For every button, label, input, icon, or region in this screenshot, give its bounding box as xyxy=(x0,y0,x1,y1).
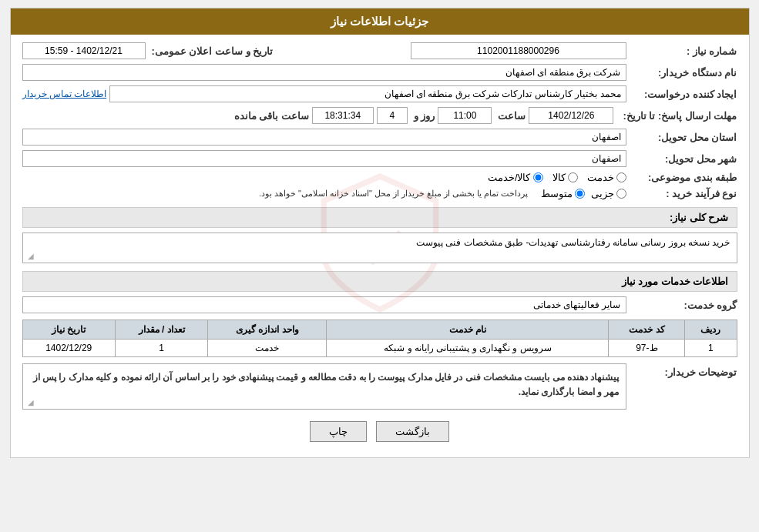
services-header: اطلاعات خدمات مورد نیاز xyxy=(22,271,737,292)
category-option-both[interactable]: کالا/خدمت xyxy=(488,172,543,183)
process-partial-label: جزیی xyxy=(591,188,614,199)
time-label: ساعت xyxy=(495,110,526,122)
cell-date: 1402/12/29 xyxy=(22,340,115,357)
category-radio-goods[interactable] xyxy=(568,172,578,182)
day-input[interactable] xyxy=(377,107,408,124)
category-radio-service[interactable] xyxy=(616,172,626,182)
city-row: شهر محل تحویل: xyxy=(22,150,737,167)
cell-unit: خدمت xyxy=(208,340,327,357)
col-unit: واحد اندازه گیری xyxy=(208,320,327,340)
announcement-label: تاریخ و ساعت اعلان عمومی: xyxy=(149,45,274,57)
col-code: کد خدمت xyxy=(609,320,685,340)
province-input[interactable] xyxy=(22,129,626,146)
notes-bold: پیشنهاد دهنده می بایست مشخصات فنی در فای… xyxy=(163,372,619,383)
deadline-row: مهلت ارسال پاسخ: تا تاریخ: ساعت روز و سا… xyxy=(22,107,737,124)
service-group-label: گروه خدمت: xyxy=(630,299,737,311)
table-row: 1 ط-97 سرویس و نگهداری و پشتیبانی رایانه… xyxy=(22,340,737,357)
notes-resize-handle[interactable]: ◢ xyxy=(25,398,34,407)
page-container: جزئیات اطلاعات نیاز شماره نیاز : تاریخ و… xyxy=(10,8,750,458)
cell-code: ط-97 xyxy=(609,340,685,357)
resize-handle[interactable]: ◢ xyxy=(25,252,34,261)
cell-qty: 1 xyxy=(115,340,207,357)
process-medium-label: متوسط xyxy=(541,188,573,199)
back-button[interactable]: بازگشت xyxy=(376,421,449,442)
category-radio-both[interactable] xyxy=(533,172,543,182)
description-header: شرح کلی نیاز: xyxy=(22,207,737,228)
services-table: ردیف کد خدمت نام خدمت واحد اندازه گیری ت… xyxy=(22,320,737,357)
buyer-org-row: نام دستگاه خریدار: xyxy=(22,64,737,81)
announcement-input[interactable] xyxy=(22,42,146,59)
page-header: جزئیات اطلاعات نیاز xyxy=(11,8,749,35)
buyer-notes-box: پیشنهاد دهنده می بایست مشخصات فنی در فای… xyxy=(22,363,626,410)
remaining-input[interactable] xyxy=(312,107,374,124)
page-title: جزئیات اطلاعات نیاز xyxy=(331,15,428,28)
category-radio-group: خدمت کالا کالا/خدمت xyxy=(488,172,626,183)
process-radio-partial[interactable] xyxy=(616,189,626,199)
col-name: نام خدمت xyxy=(327,320,609,340)
category-service-label: خدمت xyxy=(587,172,614,183)
remaining-label: ساعت باقی مانده xyxy=(231,110,309,122)
buyer-org-input[interactable] xyxy=(22,64,626,81)
description-text: خرید نسخه بروز رسانی سامانه رفتارشناسی ت… xyxy=(416,237,730,248)
deadline-date-input[interactable] xyxy=(529,107,613,124)
category-both-label: کالا/خدمت xyxy=(488,172,531,183)
creator-row: ایجاد کننده درخواست: اطلاعات تماس خریدار xyxy=(22,85,737,102)
creator-input[interactable] xyxy=(109,85,626,102)
category-row: طبقه بندی موضوعی: خدمت کالا کالا/خدمت xyxy=(22,172,737,183)
description-section: شرح کلی نیاز: خرید نسخه بروز رسانی سامان… xyxy=(22,207,737,263)
city-input[interactable] xyxy=(22,150,626,167)
buyer-notes-text: پیشنهاد دهنده می بایست مشخصات فنی در فای… xyxy=(29,370,620,400)
need-number-row: شماره نیاز : تاریخ و ساعت اعلان عمومی: xyxy=(22,42,737,59)
service-group-input[interactable] xyxy=(22,296,626,313)
need-number-label: شماره نیاز : xyxy=(630,45,737,57)
category-goods-label: کالا xyxy=(552,172,566,183)
col-row: ردیف xyxy=(685,320,737,340)
city-label: شهر محل تحویل: xyxy=(630,153,737,165)
process-options-group: جزیی متوسط پرداخت تمام یا بخشی از مبلغ خ… xyxy=(259,188,626,199)
day-label: روز و xyxy=(411,110,435,122)
button-row: بازگشت چاپ xyxy=(22,421,737,442)
description-box: خرید نسخه بروز رسانی سامانه رفتارشناسی ت… xyxy=(22,233,737,263)
buyer-org-label: نام دستگاه خریدار: xyxy=(630,67,737,79)
category-option-service[interactable]: خدمت xyxy=(587,172,626,183)
services-table-section: ردیف کد خدمت نام خدمت واحد اندازه گیری ت… xyxy=(22,320,737,357)
service-group-row: گروه خدمت: xyxy=(22,296,737,313)
content-area: شماره نیاز : تاریخ و ساعت اعلان عمومی: ن… xyxy=(11,35,749,457)
cell-name: سرویس و نگهداری و پشتیبانی رایانه و شبکه xyxy=(327,340,609,357)
process-row: نوع فرآیند خرید : جزیی متوسط پرداخت تمام… xyxy=(22,188,737,199)
process-radio-medium[interactable] xyxy=(575,189,585,199)
process-medium[interactable]: متوسط xyxy=(541,188,585,199)
cell-row: 1 xyxy=(685,340,737,357)
creator-label: ایجاد کننده درخواست: xyxy=(630,89,737,100)
category-label: طبقه بندی موضوعی: xyxy=(630,172,737,183)
buyer-notes-label: توضیحات خریدار: xyxy=(630,363,737,378)
need-number-input[interactable] xyxy=(411,42,626,59)
col-date: تاریخ نیاز xyxy=(22,320,115,340)
deadline-label: مهلت ارسال پاسخ: تا تاریخ: xyxy=(616,110,737,122)
process-note: پرداخت تمام یا بخشی از مبلغ خریدار از مح… xyxy=(259,189,529,199)
buyer-notes-row: توضیحات خریدار: پیشنهاد دهنده می بایست م… xyxy=(22,363,737,410)
process-partial[interactable]: جزیی xyxy=(591,188,626,199)
province-row: استان محل تحویل: xyxy=(22,129,737,146)
province-label: استان محل تحویل: xyxy=(630,132,737,143)
print-button[interactable]: چاپ xyxy=(310,421,367,442)
process-label: نوع فرآیند خرید : xyxy=(630,188,737,199)
creator-contact-link[interactable]: اطلاعات تماس خریدار xyxy=(22,89,107,99)
category-option-goods[interactable]: کالا xyxy=(552,172,578,183)
col-qty: تعداد / مقدار xyxy=(115,320,207,340)
deadline-time-input[interactable] xyxy=(438,107,492,124)
